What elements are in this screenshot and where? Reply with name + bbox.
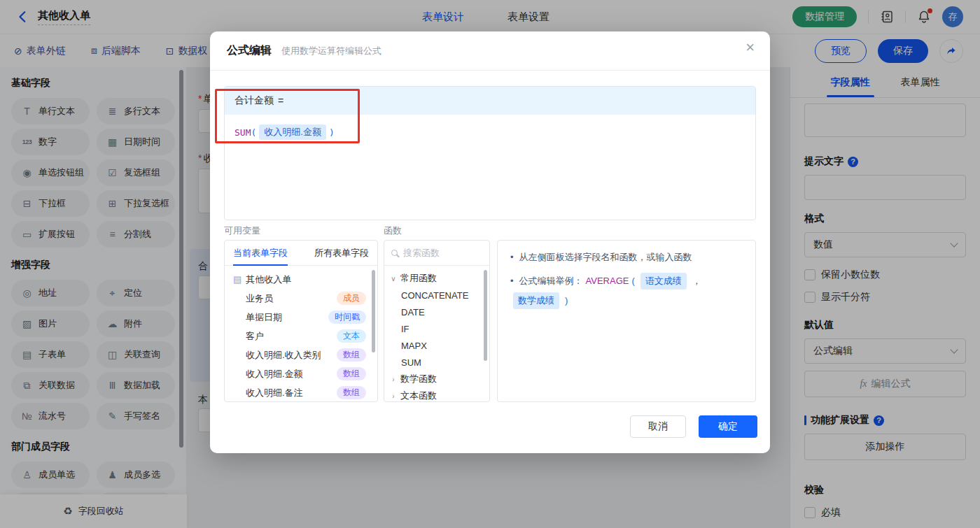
type-badge: 数组: [337, 386, 366, 399]
function-item[interactable]: DATE: [384, 304, 489, 320]
variable-row[interactable]: 单据日期 时间戳: [225, 308, 377, 327]
type-badge: 成员: [337, 292, 366, 305]
tip-text: 从左侧面板选择字段名和函数，或输入函数: [519, 250, 692, 264]
variables-panel: 当前表单字段 所有表单字段 ▤ 其他收入单 业务员 成员 单据日期 时间戳 客户…: [224, 240, 378, 402]
modal-header: 公式编辑 使用数学运算符编辑公式: [210, 31, 770, 71]
function-group-math[interactable]: › 数学函数: [384, 371, 489, 387]
modal-subtitle: 使用数学运算符编辑公式: [281, 45, 382, 57]
chevron-down-icon: ∨: [390, 275, 397, 283]
cancel-button[interactable]: 取消: [630, 415, 686, 438]
variables-root-label: 其他收入单: [246, 273, 291, 286]
bullet: •: [510, 250, 514, 264]
variable-row[interactable]: 收入明细.金额 数组: [225, 364, 377, 383]
tip-line-2: • 公式编辑举例： AVERAGE ( 语文成绩 ， 数学成绩 ): [510, 273, 743, 309]
chevron-right-icon: ›: [390, 376, 397, 383]
formula-edit-modal: 公式编辑 使用数学运算符编辑公式 × 合计金额 = SUM ( 收入明细.金额 …: [210, 31, 770, 453]
search-placeholder: 搜索函数: [403, 247, 440, 259]
chevron-right-icon: ›: [390, 392, 397, 400]
tip-line-1: • 从左侧面板选择字段名和函数，或输入函数: [510, 250, 743, 264]
function-group-label: 数学函数: [400, 373, 437, 385]
function-item[interactable]: SUM: [384, 354, 489, 371]
function-group-label: 常用函数: [400, 272, 437, 285]
functions-label: 函数: [384, 224, 402, 237]
variable-name: 收入明细.收入类别: [246, 349, 337, 362]
function-group-label: 文本函数: [400, 390, 437, 402]
formula-expression[interactable]: SUM ( 收入明细.金额 ): [225, 115, 755, 150]
confirm-button[interactable]: 确定: [699, 415, 757, 438]
tab-all-form-fields[interactable]: 所有表单字段: [314, 241, 369, 265]
variable-name: 收入明细.备注: [246, 387, 337, 399]
variable-row[interactable]: 收入明细.备注 数组: [225, 383, 377, 402]
example-field-chip: 数学成绩: [513, 292, 559, 309]
functions-panel: 搜索函数 ∨ 常用函数 CONCATENATE DATE IF MAPX SUM…: [384, 240, 490, 402]
formula-editor[interactable]: 合计金额 = SUM ( 收入明细.金额 ): [224, 86, 756, 220]
close-icon[interactable]: ×: [746, 40, 755, 55]
variable-name: 单据日期: [246, 311, 328, 324]
function-item[interactable]: MAPX: [384, 337, 489, 354]
open-paren: (: [631, 274, 634, 288]
close-paren: ): [565, 294, 568, 308]
function-item[interactable]: IF: [384, 320, 489, 337]
search-icon: [391, 250, 398, 256]
bullet: •: [510, 274, 514, 288]
example-function-name: AVERAGE: [586, 274, 629, 288]
variable-row[interactable]: 收入明细.收入类别 数组: [225, 345, 377, 364]
close-paren: ): [329, 127, 335, 138]
example-field-chip: 语文成绩: [640, 273, 687, 290]
function-item[interactable]: CONCATENATE: [384, 287, 489, 304]
form-file-icon: ▤: [233, 274, 241, 285]
functions-list: ∨ 常用函数 CONCATENATE DATE IF MAPX SUM › 数学…: [384, 266, 489, 402]
type-badge: 数组: [337, 348, 366, 362]
variables-tabs: 当前表单字段 所有表单字段: [225, 241, 377, 266]
modal-title: 公式编辑: [227, 43, 272, 58]
formula-target-row: 合计金额 =: [225, 87, 755, 115]
variables-list: ▤ 其他收入单 业务员 成员 单据日期 时间戳 客户 文本 收入明细.收入类别 …: [225, 266, 377, 402]
function-name: SUM: [234, 127, 251, 138]
separator: ，: [692, 274, 701, 288]
variables-root-row[interactable]: ▤ 其他收入单: [225, 270, 377, 289]
type-badge: 时间戳: [328, 311, 366, 324]
variable-name: 收入明细.金额: [246, 368, 337, 380]
variables-scrollbar[interactable]: [372, 270, 375, 352]
type-badge: 数组: [337, 367, 366, 380]
function-group-common[interactable]: ∨ 常用函数: [384, 270, 489, 287]
variable-row[interactable]: 客户 文本: [225, 327, 377, 345]
variable-name: 客户: [246, 330, 337, 343]
functions-scrollbar[interactable]: [484, 270, 487, 361]
type-badge: 文本: [337, 329, 366, 343]
open-paren: (: [251, 127, 256, 138]
tip-text: 公式编辑举例：: [519, 274, 583, 288]
variable-row[interactable]: 业务员 成员: [225, 289, 377, 308]
variable-name: 业务员: [246, 292, 337, 305]
function-group-text[interactable]: › 文本函数: [384, 387, 489, 402]
function-search-input[interactable]: 搜索函数: [384, 241, 489, 266]
tips-panel: • 从左侧面板选择字段名和函数，或输入函数 • 公式编辑举例： AVERAGE …: [497, 240, 756, 402]
equals-sign: =: [278, 95, 284, 106]
tab-current-form-fields[interactable]: 当前表单字段: [233, 241, 288, 265]
formula-target: 合计金额: [234, 94, 274, 107]
field-chip[interactable]: 收入明细.金额: [259, 124, 326, 140]
variables-label: 可用变量: [224, 224, 260, 237]
